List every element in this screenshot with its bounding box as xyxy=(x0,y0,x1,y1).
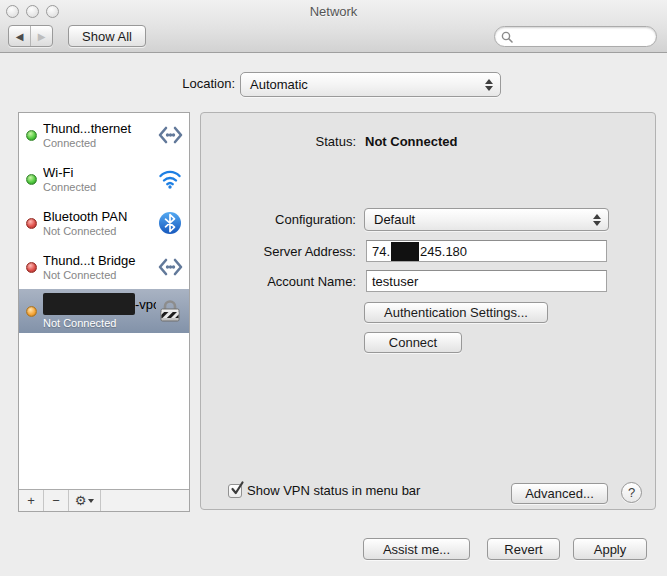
service-status: Not Connected xyxy=(43,270,156,281)
show-vpn-status-label: Show VPN status in menu bar xyxy=(247,483,420,498)
services-list: Thund...thernet Connected Wi-Fi Connecte… xyxy=(19,113,189,489)
forward-button[interactable]: ▶ xyxy=(31,26,52,46)
location-popup[interactable]: Automatic xyxy=(240,72,501,97)
vpn-detail-panel: Status: Not Connected Configuration: Def… xyxy=(200,112,656,510)
show-vpn-status-checkbox[interactable] xyxy=(228,484,242,498)
server-address-label: Server Address: xyxy=(201,244,356,259)
sidebar-footer: + − ⚙ xyxy=(19,489,189,511)
gear-icon: ⚙ xyxy=(75,493,87,508)
status-row: Status: Not Connected xyxy=(201,134,457,149)
location-label: Location: xyxy=(0,76,235,91)
add-service-button[interactable]: + xyxy=(19,490,44,511)
service-name-redacted: -vpc1 xyxy=(43,293,156,315)
configuration-row: Configuration: Default xyxy=(201,208,609,231)
account-name-row: Account Name: testuser xyxy=(201,270,607,292)
service-status: Not Connected xyxy=(43,318,156,329)
services-sidebar: Thund...thernet Connected Wi-Fi Connecte… xyxy=(18,112,190,512)
nav-back-forward: ◀ ▶ xyxy=(8,25,53,47)
service-status: Connected xyxy=(43,182,156,193)
status-dot-red xyxy=(26,218,37,229)
show-all-button[interactable]: Show All xyxy=(68,25,146,47)
network-preferences-window: Network ◀ ▶ Show All Location: Automatic… xyxy=(0,0,667,576)
caret-down-icon xyxy=(88,499,94,503)
service-row-bluetooth-pan[interactable]: Bluetooth PAN Not Connected xyxy=(19,201,189,245)
service-status: Not Connected xyxy=(43,226,156,237)
status-dot-green xyxy=(26,130,37,141)
status-dot-red xyxy=(26,262,37,273)
ethernet-icon xyxy=(156,257,184,277)
connect-button[interactable]: Connect xyxy=(364,332,462,353)
ethernet-icon xyxy=(156,125,184,145)
back-icon: ◀ xyxy=(16,31,24,42)
location-value: Automatic xyxy=(250,77,308,92)
redaction-box xyxy=(391,242,419,261)
redaction-box xyxy=(43,293,135,315)
remove-service-button[interactable]: − xyxy=(44,490,69,511)
search-field[interactable] xyxy=(494,26,657,47)
vpn-menubar-row: Show VPN status in menu bar xyxy=(228,483,420,498)
checkmark-icon xyxy=(230,481,245,496)
service-name: Thund...t Bridge xyxy=(43,254,156,267)
window-header: Network ◀ ▶ Show All xyxy=(0,0,667,53)
configuration-value: Default xyxy=(374,212,415,227)
wifi-icon xyxy=(156,169,184,189)
assist-me-button[interactable]: Assist me... xyxy=(363,538,470,560)
service-row-thunderbolt-bridge[interactable]: Thund...t Bridge Not Connected xyxy=(19,245,189,289)
authentication-settings-button[interactable]: Authentication Settings... xyxy=(364,302,548,323)
revert-button[interactable]: Revert xyxy=(487,538,560,560)
search-icon xyxy=(501,31,513,43)
service-row-thunderbolt-ethernet[interactable]: Thund...thernet Connected xyxy=(19,113,189,157)
status-dot-orange xyxy=(26,306,37,317)
back-button[interactable]: ◀ xyxy=(9,26,31,46)
status-label: Status: xyxy=(201,134,356,149)
account-name-field[interactable]: testuser xyxy=(366,270,607,292)
configuration-label: Configuration: xyxy=(201,212,356,227)
service-name: Thund...thernet xyxy=(43,122,156,135)
status-dot-green xyxy=(26,174,37,185)
action-menu-button[interactable]: ⚙ xyxy=(69,490,101,511)
popup-arrows-icon xyxy=(485,79,493,91)
window-title: Network xyxy=(0,4,667,19)
advanced-button[interactable]: Advanced... xyxy=(511,483,608,504)
configuration-popup[interactable]: Default xyxy=(364,208,609,231)
search-input[interactable] xyxy=(516,30,646,44)
bluetooth-icon xyxy=(156,211,184,235)
service-name: Wi-Fi xyxy=(43,166,156,179)
apply-button[interactable]: Apply xyxy=(573,538,647,560)
help-button[interactable]: ? xyxy=(621,482,642,503)
service-row-wifi[interactable]: Wi-Fi Connected xyxy=(19,157,189,201)
lock-icon xyxy=(156,298,184,324)
account-name-label: Account Name: xyxy=(201,274,356,289)
forward-icon: ▶ xyxy=(38,31,46,42)
status-value: Not Connected xyxy=(365,134,457,149)
popup-arrows-icon xyxy=(593,214,601,226)
service-name: Bluetooth PAN xyxy=(43,210,156,223)
server-address-field[interactable]: 74.245.180 xyxy=(366,240,607,262)
server-address-row: Server Address: 74.245.180 xyxy=(201,240,607,262)
service-status: Connected xyxy=(43,138,156,149)
service-row-vpn-selected[interactable]: -vpc1 Not Connected xyxy=(19,289,189,333)
